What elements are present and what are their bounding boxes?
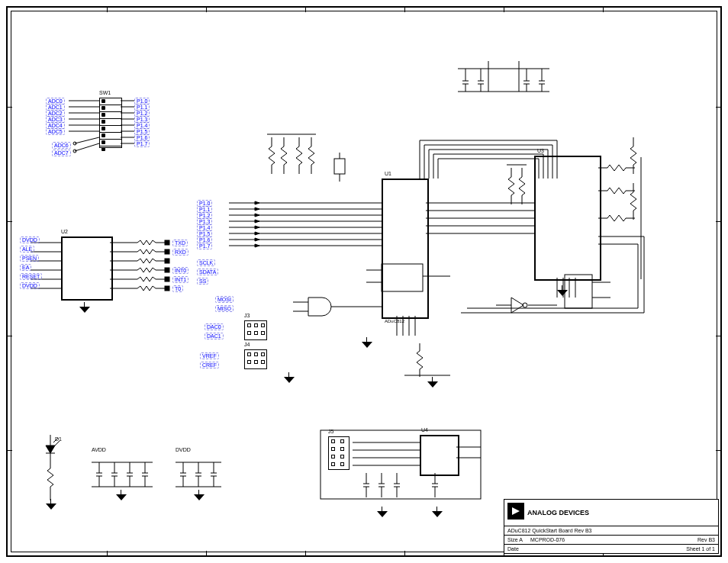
net-cref: CREF — [200, 362, 219, 368]
net-reset: RESET — [20, 273, 42, 280]
connector-j3 — [244, 320, 267, 340]
gnd-led — [46, 503, 56, 511]
main-wiring — [229, 61, 687, 404]
cap-bank-1 — [92, 455, 168, 508]
j4-ref: J4 — [244, 342, 250, 347]
j3-ref: J3 — [244, 313, 250, 318]
svg-rect-32 — [165, 259, 169, 263]
net-ale: ALE — [20, 246, 34, 253]
svg-marker-70 — [255, 238, 259, 241]
u2-ref: U2 — [61, 229, 68, 234]
svg-marker-66 — [255, 214, 259, 217]
net-dac1: DAC1 — [205, 333, 224, 339]
net-adc7: ADC7 — [52, 150, 71, 156]
net-p17: P1.7 — [197, 243, 212, 249]
tb-doc: MCPROD-076 — [530, 537, 565, 542]
u2-wires — [23, 236, 183, 313]
svg-line-14 — [75, 143, 99, 151]
dvdd-lbl: DVDD — [176, 447, 191, 452]
net-ea: EA — [20, 264, 31, 271]
net-dac0: DAC0 — [205, 323, 224, 330]
net-int0: INT0 — [172, 267, 188, 274]
net-t0a: T0 — [172, 285, 183, 292]
title-block: ANALOG DEVICES ADuC812 QuickStart Board … — [504, 499, 719, 554]
sw1-wires — [69, 98, 145, 151]
net-vref: VREF — [200, 352, 219, 359]
svg-marker-68 — [255, 226, 259, 229]
net-psen: PSEN — [20, 255, 39, 262]
gnd-mid — [427, 381, 438, 389]
svg-rect-34 — [165, 277, 169, 282]
gnd-cb1 — [116, 494, 127, 502]
gnd-j4 — [284, 377, 295, 384]
net-sdata: SDATA — [197, 269, 218, 275]
net-sclk: SCLK — [197, 259, 215, 266]
svg-marker-69 — [255, 232, 259, 235]
avdd-lbl: AVDD — [92, 447, 106, 452]
bottom-wiring — [321, 427, 504, 519]
svg-marker-71 — [255, 244, 259, 247]
net-mosi: MOSI — [215, 296, 234, 303]
d1-ref: D1 — [55, 436, 62, 442]
net-dvdd-l: DVDD — [20, 236, 40, 243]
drawing-title: ADuC812 QuickStart Board Rev B3 — [507, 528, 592, 533]
gnd-u2 — [79, 307, 90, 314]
svg-rect-78 — [382, 264, 423, 291]
company-name: ANALOG DEVICES — [527, 509, 589, 516]
net-rxd: RXD — [172, 249, 188, 256]
net-adc5: ADC5 — [46, 128, 65, 135]
svg-line-12 — [75, 137, 99, 143]
net-txd: TXD — [172, 240, 188, 246]
schematic-sheet: SW1 ADC0 ADC1 ADC2 ADC3 ADC4 ADC5 ADC6 A… — [0, 0, 728, 563]
svg-rect-144 — [321, 430, 481, 499]
tb-sheet: 1 of 1 — [701, 546, 715, 552]
net-miso: MISO — [215, 305, 234, 312]
svg-marker-106 — [46, 446, 55, 453]
gnd-u1 — [362, 342, 372, 349]
svg-marker-64 — [255, 201, 259, 204]
svg-rect-31 — [165, 249, 169, 254]
net-ss: SS — [197, 278, 208, 285]
svg-rect-35 — [165, 286, 169, 291]
gnd-bot2 — [432, 511, 443, 519]
svg-rect-101 — [565, 275, 592, 308]
net-adc6: ADC6 — [52, 142, 71, 149]
gnd-cb2 — [194, 494, 205, 502]
svg-marker-67 — [255, 220, 259, 223]
svg-rect-30 — [165, 240, 169, 245]
tb-size: A — [519, 537, 523, 542]
cap-bank-2 — [176, 455, 237, 508]
gnd-bot1 — [377, 511, 388, 519]
net-dvdd2: DVDD — [20, 282, 40, 289]
svg-rect-98 — [334, 159, 345, 174]
gnd-u3 — [557, 290, 568, 298]
tb-rev: B3 — [708, 537, 715, 542]
sw1-ref: SW1 — [99, 90, 111, 95]
connector-j4 — [244, 349, 267, 369]
svg-marker-65 — [255, 208, 259, 211]
company-logo-icon — [507, 503, 524, 520]
svg-rect-33 — [165, 268, 169, 272]
net-int1: INT1 — [172, 276, 188, 283]
